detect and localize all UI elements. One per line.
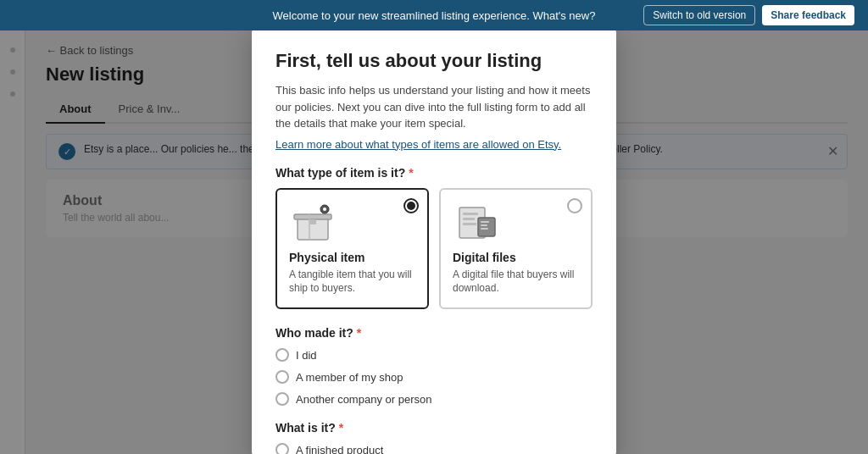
- physical-item-icon: [289, 202, 340, 244]
- svg-rect-7: [463, 213, 478, 215]
- what-is-it-group: What is it? * A finished product A suppl…: [275, 421, 593, 454]
- digital-item-title: Digital files: [453, 251, 579, 264]
- item-card-digital[interactable]: Digital files A digital file that buyers…: [439, 188, 593, 310]
- item-type-required-star: *: [409, 166, 413, 180]
- svg-rect-11: [481, 221, 489, 223]
- svg-rect-3: [309, 219, 316, 224]
- who-made-option-i-did[interactable]: I did: [275, 348, 593, 362]
- modal-description: This basic info helps us understand your…: [275, 82, 593, 132]
- svg-rect-13: [481, 228, 488, 230]
- item-type-label: What type of item is it? *: [275, 166, 593, 180]
- another-radio[interactable]: [275, 392, 289, 406]
- who-made-label: Who made it? *: [275, 326, 593, 340]
- another-label: Another company or person: [296, 393, 431, 406]
- who-made-required-star: *: [357, 326, 361, 340]
- member-label: A member of my shop: [296, 371, 403, 384]
- finished-label: A finished product: [296, 444, 383, 454]
- item-card-physical[interactable]: Physical item A tangible item that you w…: [275, 188, 429, 310]
- digital-item-desc: A digital file that buyers will download…: [453, 268, 579, 296]
- svg-rect-12: [481, 224, 487, 226]
- physical-item-title: Physical item: [289, 251, 415, 264]
- svg-rect-8: [463, 218, 475, 220]
- i-did-label: I did: [296, 349, 317, 362]
- modal-learn-more-link[interactable]: Learn more about what types of items are…: [275, 138, 561, 151]
- svg-rect-1: [294, 214, 331, 219]
- digital-item-icon: [453, 202, 504, 244]
- svg-point-5: [323, 208, 326, 211]
- share-feedback-button[interactable]: Share feedback: [762, 5, 854, 25]
- svg-rect-9: [463, 223, 476, 225]
- svg-rect-10: [478, 218, 495, 236]
- modal-title: First, tell us about your listing: [275, 50, 593, 72]
- who-made-option-another[interactable]: Another company or person: [275, 392, 593, 406]
- switch-old-button[interactable]: Switch to old version: [643, 5, 755, 25]
- who-made-option-member[interactable]: A member of my shop: [275, 370, 593, 384]
- listing-modal: First, tell us about your listing This b…: [252, 30, 616, 454]
- banner-text: Welcome to your new streamlined listing …: [273, 9, 596, 22]
- digital-radio[interactable]: [567, 198, 582, 213]
- who-made-group: Who made it? * I did A member of my shop…: [275, 326, 593, 406]
- what-is-it-label: What is it? *: [275, 421, 593, 435]
- physical-radio[interactable]: [403, 198, 419, 213]
- physical-item-desc: A tangible item that you will ship to bu…: [289, 268, 415, 296]
- top-banner: Welcome to your new streamlined listing …: [0, 0, 868, 30]
- member-radio[interactable]: [275, 370, 289, 384]
- what-is-it-required-star: *: [339, 421, 343, 435]
- banner-actions: Switch to old version Share feedback: [643, 5, 854, 25]
- item-type-options: Physical item A tangible item that you w…: [275, 188, 593, 310]
- finished-radio[interactable]: [275, 443, 289, 454]
- i-did-radio[interactable]: [275, 348, 289, 362]
- page-background: ← Back to listings New listing About Pri…: [0, 30, 868, 454]
- what-finished-option[interactable]: A finished product: [275, 443, 593, 454]
